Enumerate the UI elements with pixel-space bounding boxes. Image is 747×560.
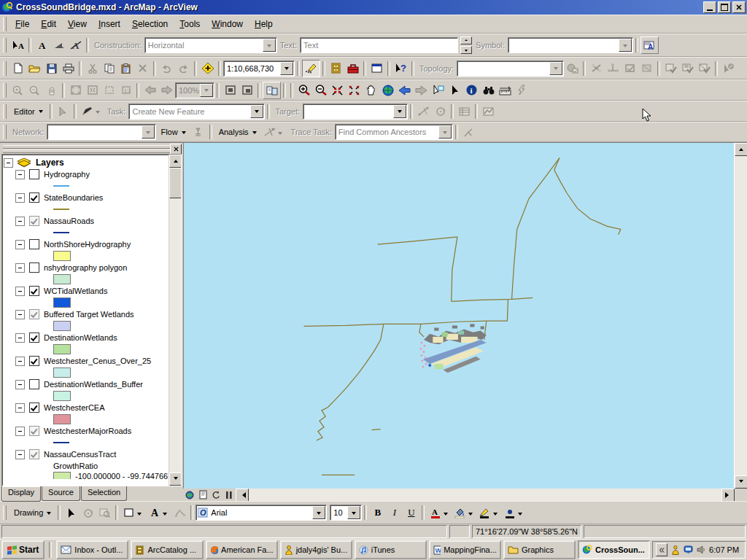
taskbar-item-inbox[interactable]: Inbox - Outl... [56,540,128,559]
bold-button[interactable]: B [369,505,386,521]
menu-help[interactable]: Help [249,17,279,31]
label-style-button[interactable]: A [34,37,50,53]
toolbar-grip[interactable] [3,83,7,98]
toc-root-row[interactable]: Layers [4,157,169,168]
rotate-element-button[interactable] [80,505,96,521]
scroll-up-icon[interactable] [735,143,747,156]
undo-button[interactable] [158,61,175,77]
label-arrow-button[interactable] [50,37,67,53]
map-vertical-scrollbar[interactable] [734,143,747,489]
collapse-icon[interactable] [15,380,25,389]
rotate-tool-button[interactable] [432,104,449,120]
shape-tool-button[interactable] [120,505,137,521]
dropdown-arrow-icon[interactable] [250,105,263,118]
collapse-icon[interactable] [15,310,25,319]
line-color-button[interactable] [476,505,493,521]
collapse-icon[interactable] [15,403,25,413]
map-canvas[interactable] [183,143,734,489]
scroll-up-icon[interactable] [169,155,182,168]
refresh-view-button[interactable] [209,489,222,501]
back-extent-button[interactable] [142,82,158,98]
layer-row[interactable]: WestchesterMajorRoads [15,425,169,437]
symbol-combo[interactable] [508,37,633,53]
topology-tool-button-4[interactable] [638,61,655,77]
save-button[interactable] [43,61,60,77]
collapse-icon[interactable] [4,158,13,168]
network-combo[interactable] [47,124,156,140]
print-button[interactable] [60,61,77,77]
dropdown-arrow-icon[interactable] [142,125,155,139]
chevron-down-icon[interactable] [468,513,473,518]
minimize-button[interactable] [703,1,716,13]
edit-vertices-button[interactable] [171,505,188,521]
trace-flag-button[interactable] [261,124,278,140]
collapse-icon[interactable] [15,193,25,203]
sketch-properties-button[interactable] [480,104,497,120]
messenger-tray-icon[interactable] [684,545,693,554]
aim-tray-icon[interactable] [671,545,680,555]
zoom-in-tool-button[interactable] [295,82,312,98]
chevron-down-icon[interactable] [278,132,282,137]
toolbar-grip[interactable] [3,38,7,52]
scroll-left-icon[interactable] [236,489,249,502]
label-tool-button[interactable]: A [9,37,26,53]
taskbar-item-firefox[interactable]: American Fa... [206,540,278,559]
zoom-to-selected-button[interactable] [96,505,113,521]
layer-checkbox[interactable] [29,169,39,179]
data-view-button[interactable] [183,489,196,501]
menu-selection[interactable]: Selection [126,17,174,31]
italic-button[interactable]: I [386,505,403,521]
trace-task-combo[interactable]: Find Common Ancestors [335,124,453,140]
collapse-icon[interactable] [15,287,25,296]
line-symbol[interactable] [53,209,69,210]
task-combo[interactable]: Create New Feature [128,104,265,120]
fill-symbol[interactable] [53,368,71,378]
layer-row[interactable]: Buffered Target Wetlands [15,308,169,320]
layer-row[interactable]: Westchester_Cenus_Over_25 [15,355,169,367]
zoom-100-button[interactable] [84,82,101,98]
measure-button[interactable] [497,82,514,98]
toc-close-button[interactable] [170,144,182,155]
dropdown-arrow-icon[interactable] [619,39,632,52]
dropdown-arrow-icon[interactable] [549,62,562,75]
dropdown-arrow-icon[interactable] [438,125,452,139]
layer-checkbox[interactable] [29,192,39,203]
add-data-button[interactable] [199,61,216,77]
fill-symbol[interactable] [53,251,71,261]
select-elements-button[interactable] [446,82,463,98]
line-symbol[interactable] [53,185,69,187]
chevron-down-icon[interactable] [518,513,522,518]
drawing-menu[interactable]: Drawing [9,507,55,518]
dropdown-arrow-icon[interactable] [200,84,213,97]
open-button[interactable] [26,61,43,77]
layer-checkbox[interactable] [29,356,39,366]
taskbar-item-arccatalog[interactable]: ArcCatalog ... [131,540,203,559]
select-features-button[interactable] [430,82,446,98]
scroll-down-icon[interactable] [735,475,747,489]
font-color-button[interactable]: A [427,505,444,521]
validate-tool-button-2[interactable] [679,61,696,77]
dropdown-arrow-icon[interactable] [347,506,360,519]
layer-row[interactable]: DestinationWetlands [15,332,169,343]
chevron-down-icon[interactable] [96,111,100,116]
map-horizontal-scrollbar[interactable] [236,489,735,501]
new-map-button[interactable] [9,61,26,77]
fill-symbol[interactable] [53,414,71,424]
solve-trace-button[interactable] [460,124,477,140]
tab-selection[interactable]: Selection [81,486,127,501]
flow-display-button[interactable] [190,124,207,140]
layer-row[interactable]: DestinationWetlands_Buffer [15,378,169,390]
taskbar-item-crosssound[interactable]: CrossSoun... [578,540,650,559]
topology-tool-button-1[interactable] [588,61,605,77]
toolbar-grip[interactable] [3,104,7,119]
text-field[interactable]: Text [300,37,458,53]
layer-checkbox[interactable] [29,239,39,249]
layer-checkbox[interactable] [29,402,39,413]
menu-tools[interactable]: Tools [174,17,206,31]
forward-extent-button[interactable] [158,82,175,98]
menu-window[interactable]: Window [206,17,249,31]
layer-row[interactable]: nshydrography polygon [15,262,169,273]
focus-data-frame-button[interactable] [222,82,239,98]
menu-grip[interactable] [3,17,7,31]
chevron-down-icon[interactable] [493,513,498,518]
